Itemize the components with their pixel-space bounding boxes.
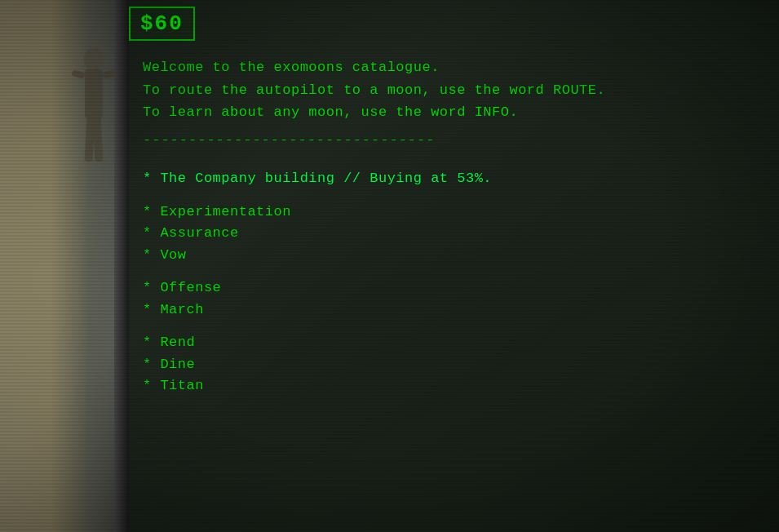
screen-container: $60 Welcome to the exomoons catalogue. T… <box>0 0 779 532</box>
gap1 <box>143 157 763 168</box>
moon-rend: * Rend <box>143 332 763 353</box>
gap3 <box>143 266 763 277</box>
svg-rect-5 <box>93 117 104 162</box>
left-bezel <box>114 0 129 532</box>
moon-titan: * Titan <box>143 375 763 397</box>
welcome-line2: To route the autopilot to a moon, use th… <box>143 80 763 101</box>
svg-rect-1 <box>85 69 103 118</box>
credits-display: $60 <box>129 7 195 41</box>
svg-point-0 <box>84 48 104 71</box>
gap2 <box>143 190 763 202</box>
welcome-line1: Welcome to the exomoons catalogue. <box>143 57 763 78</box>
moon-dine: * Dine <box>143 354 763 375</box>
moon-experimentation: * Experimentation <box>143 202 763 223</box>
company-entry: * The Company building // Buying at 53%. <box>143 168 763 189</box>
moon-offense: * Offense <box>143 277 763 299</box>
credits-amount: $60 <box>140 11 184 36</box>
terminal-content: Welcome to the exomoons catalogue. To ro… <box>143 57 763 397</box>
moon-march: * March <box>143 299 763 321</box>
gap4 <box>143 321 763 332</box>
moon-assurance: * Assurance <box>143 223 763 244</box>
divider: -------------------------------- <box>143 130 763 151</box>
moon-vow: * Vow <box>143 245 763 266</box>
svg-rect-2 <box>71 69 86 79</box>
learn-line: To learn about any moon, use the word IN… <box>143 102 763 123</box>
